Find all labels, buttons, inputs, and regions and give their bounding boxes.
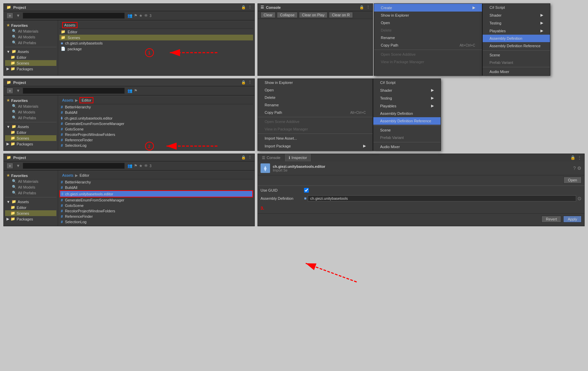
file-goto[interactable]: # GotoScene [59,126,253,132]
file-betterhierarchy[interactable]: # BetterHierarchy [59,104,253,110]
add-button-2[interactable]: + [6,88,13,94]
tree-editor-3[interactable]: 📁 Editor [5,205,56,210]
sidebar-all-materials-3[interactable]: 🔍 All Materials [5,178,56,184]
sub2-playables[interactable]: Playables ▶ [373,102,441,110]
sub2-audio[interactable]: Audio Mixer [373,143,441,151]
tree-editor-2[interactable]: 📁 Editor [5,129,56,135]
open-button[interactable]: Open [564,177,582,183]
sub2-scene[interactable]: Scene [373,126,441,134]
sub-scene-1[interactable]: Scene [483,51,550,59]
menu2-copy-path[interactable]: Copy Path Alt+Ctrl+C [258,109,373,116]
file-buildall[interactable]: # BuildAll [59,110,253,115]
tree-scenes-2[interactable]: 📁 Scenes [5,135,56,141]
file-editor[interactable]: 📁 Editor [59,29,253,35]
menu2-import-pkg[interactable]: Import Package ▶ [258,142,373,150]
file-recolor-3[interactable]: # RecolorProjectWindowFolders [59,208,253,214]
sub2-asmdefref[interactable]: Assembly Definition Reference [373,117,441,125]
add-button-3[interactable]: + [6,163,13,169]
tree-scenes[interactable]: 📁 Scenes [5,60,56,66]
cs-icon-ba: # [61,110,63,114]
tree-assets[interactable]: ▼ 📁 Assets [5,49,56,54]
tree-editor[interactable]: 📁 Editor [5,54,56,60]
clear-on-play-btn-1[interactable]: Clear on Play [299,12,327,18]
file-buildall-3[interactable]: # BuildAll [59,185,253,190]
tree-packages[interactable]: ▶ 📁 Packages [5,66,56,72]
add-button-1[interactable]: + [6,13,13,19]
sub-audio-1[interactable]: Audio Mixer [483,68,550,75]
sub2-shader[interactable]: Shader ▶ [373,86,441,94]
menu-item-open[interactable]: Open [374,19,482,26]
sidebar-all-materials[interactable]: 🔍 All Materials [5,28,56,34]
sidebar-all-prefabs-2[interactable]: 🔍 All Prefabs [5,115,56,121]
menu2-open[interactable]: Open [258,86,373,94]
search-icon-mat2: 🔍 [12,104,17,108]
assembly-def-value[interactable]: ch.giezi.unitybasetools [308,195,576,201]
collapse-btn-1[interactable]: Collapse [277,12,298,18]
asmdef-icon-f3: ■ [61,41,63,45]
sidebar-all-models-2[interactable]: 🔍 All Models [5,109,56,115]
favorites-header-2[interactable]: ★ Favorites [5,98,56,103]
sub2-asmdef[interactable]: Assembly Definition [373,110,441,117]
menu2-import-asset[interactable]: Import New Asset... [258,135,373,142]
sub2-csharp[interactable]: C# Script [373,79,441,86]
apply-button[interactable]: Apply [563,216,582,223]
file-sellog-3[interactable]: # SelectionLog [59,219,253,225]
file-scenes[interactable]: 📁 Scenes [59,35,253,40]
file-asmdef[interactable]: ■ ch.giezi.unitybasetools [59,40,253,46]
clear-on-r-btn-1[interactable]: Clear on R [329,12,353,18]
tree-packages-3[interactable]: ▶ 📁 Packages [5,216,56,222]
sub-asmdefref-1[interactable]: Assembly Definition Reference [483,42,550,50]
file-goto-3[interactable]: # GotoScene [59,203,253,208]
use-guid-field: Use GUID [258,187,584,194]
file-refinder-3[interactable]: # ReferenceFinder [59,214,253,219]
sub-playables-1[interactable]: Playables ▶ [483,27,550,35]
favorites-header[interactable]: ★ Favorites [5,22,56,28]
cs-icon-gs3: # [61,198,63,202]
menu-item-copy-path[interactable]: Copy Path Alt+Ctrl+C [374,41,482,49]
menu-item-rename[interactable]: Rename [374,34,482,41]
search-input-3[interactable] [23,163,125,169]
favorites-header-3[interactable]: ★ Favorites [5,173,56,178]
menu2-rename[interactable]: Rename [258,101,373,109]
tree-assets-2[interactable]: ▼ 📁 Assets [5,124,56,129]
menu-item-show-explorer[interactable]: Show in Explorer [374,12,482,19]
tab-console[interactable]: ☰ Console [258,154,285,161]
file-recolor[interactable]: # RecolorProjectWindowFolders [59,132,253,137]
file-package[interactable]: 📄 package [59,46,253,52]
file-refinder[interactable]: # ReferenceFinder [59,137,253,143]
file-asmdefref-2[interactable]: ⧫ ch.giezi.unitybasetools.editor [59,115,253,121]
tree-packages-2[interactable]: ▶ 📁 Packages [5,141,56,147]
file-genscene[interactable]: # GenerateEnumFromSceneManager [59,121,253,126]
sub2-testing[interactable]: Testing ▶ [373,94,441,102]
menu-item-create[interactable]: Create ▶ [374,4,482,12]
tab-inspector[interactable]: ℹ Inspector [285,154,311,161]
search-input-2[interactable] [23,88,125,94]
sidebar-all-models[interactable]: 🔍 All Models [5,34,56,40]
tree-scenes-3[interactable]: 📁 Scenes [5,210,56,216]
sub2-scene-label: Scene [380,128,391,132]
file-sellog[interactable]: # SelectionLog [59,143,253,148]
sub-asmdef-1[interactable]: Assembly Definition [483,35,550,42]
sidebar-all-models-3[interactable]: 🔍 All Models [5,184,56,190]
sidebar-all-prefabs-3[interactable]: 🔍 All Prefabs [5,190,56,196]
sub-testing-1[interactable]: Testing ▶ [483,19,550,27]
file-genscene-3[interactable]: # GenerateEnumFromSceneManager [59,197,253,203]
file-betterhierarchy-3[interactable]: # BetterHierarchy [59,179,253,185]
search-input-1[interactable] [23,13,125,19]
clear-btn-1[interactable]: Clear [261,12,275,18]
menu2-show-explorer[interactable]: Show in Explorer [258,79,373,86]
browse-icon[interactable]: ⊙ [577,196,582,201]
tree-assets-3[interactable]: ▼ 📁 Assets [5,199,56,205]
breadcrumb-1: Assets [59,22,253,29]
sub-shader-1[interactable]: Shader ▶ [483,11,550,19]
sub-csharp-1[interactable]: C# Script [483,4,550,11]
sidebar-all-prefabs[interactable]: 🔍 All Prefabs [5,40,56,46]
revert-button[interactable]: Revert [541,216,561,223]
sidebar-all-materials-2[interactable]: 🔍 All Materials [5,103,56,109]
sub2-shader-arrow: ▶ [431,88,434,92]
file-scenes-name: Scenes [68,36,80,40]
file-asmdefref-3[interactable]: ⧫ ch.giezi.unitybasetools.editor [59,190,253,197]
menu2-delete[interactable]: Delete [258,94,373,101]
console-title-1: Console [266,5,281,10]
use-guid-checkbox[interactable] [304,188,309,193]
